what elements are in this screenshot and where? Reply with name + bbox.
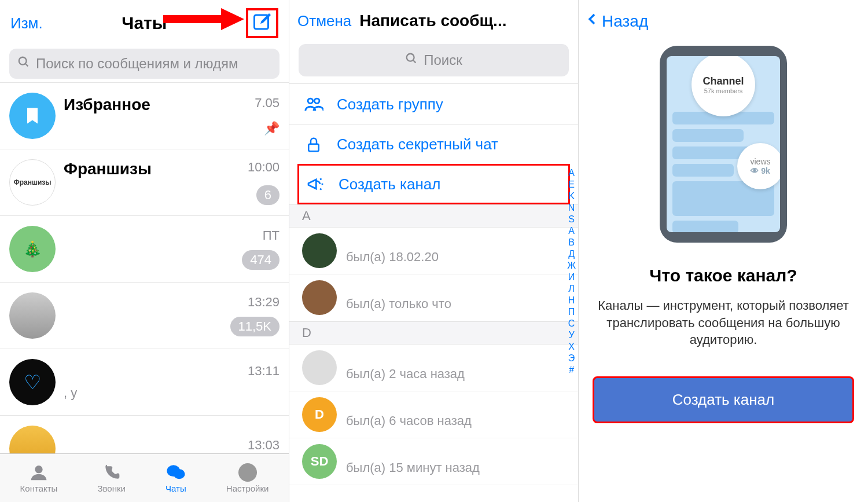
search-icon [405, 52, 418, 68]
phone-icon [102, 463, 121, 482]
chat-avatar [9, 292, 56, 339]
contact-status: был(а) 2 часа назад [346, 367, 465, 382]
svg-point-11 [314, 98, 319, 104]
channel-description: Каналы — инструмент, который позволяет т… [579, 297, 868, 349]
new-message-header: Отмена Написать сообщ... [289, 0, 578, 41]
contact-avatar: D [302, 397, 337, 432]
channel-question: Что такое канал? [590, 266, 856, 285]
contact-row[interactable]: был(а) только что [289, 274, 578, 321]
svg-rect-12 [308, 144, 319, 151]
contact-avatar [302, 350, 337, 385]
illus-views-label: views [750, 157, 770, 166]
new-message-screen: Отмена Написать сообщ... Поиск Создать г… [289, 0, 579, 502]
unread-badge: 474 [242, 250, 279, 270]
create-group-button[interactable]: Создать группу [289, 83, 578, 124]
search-field[interactable]: Поиск по сообщениям и людям [9, 49, 279, 79]
chat-row[interactable]: 🎄 ПТ 474 [0, 215, 289, 282]
group-icon [303, 94, 324, 114]
tab-contacts[interactable]: Контакты [20, 463, 58, 493]
channel-illustration: Channel 57k members views 👁 9k [660, 46, 787, 243]
svg-point-8 [407, 54, 414, 61]
edit-button[interactable]: Изм. [10, 14, 43, 32]
compose-icon[interactable] [252, 12, 273, 35]
svg-line-4 [25, 64, 28, 67]
section-header: D [289, 321, 578, 345]
index-letter[interactable]: П [568, 307, 575, 317]
index-letter[interactable]: A [568, 168, 575, 178]
index-letter[interactable]: N [568, 203, 575, 213]
index-letter[interactable]: K [568, 191, 575, 201]
unread-badge: 11,5K [230, 317, 280, 336]
chat-avatar: 🎄 [9, 226, 56, 272]
create-channel-label: Создать канал [339, 175, 440, 193]
index-letter[interactable]: Л [568, 284, 575, 294]
index-letter[interactable]: Д [568, 249, 575, 259]
index-letter[interactable]: Х [568, 342, 575, 352]
chat-name: Избранное [64, 96, 150, 114]
back-button[interactable]: Назад [579, 0, 868, 42]
chats-header: Изм. Чаты [0, 0, 289, 45]
cancel-button[interactable]: Отмена [297, 12, 351, 30]
contact-row[interactable]: был(а) 18.02.20 [289, 228, 578, 274]
create-channel-cta[interactable]: Создать канал [593, 376, 854, 423]
chat-row[interactable]: Франшизы Франшизы10:00 6 [0, 149, 289, 215]
svg-rect-1 [163, 15, 221, 23]
chat-avatar [9, 93, 56, 139]
chats-icon [166, 463, 186, 482]
chevron-left-icon [586, 10, 599, 32]
chat-avatar: Франшизы [9, 159, 56, 206]
chat-row[interactable]: ♡ 13:11 , у [0, 349, 289, 415]
svg-point-7 [174, 469, 185, 479]
index-letter[interactable]: У [569, 330, 575, 340]
index-letter[interactable]: Э [568, 353, 575, 364]
contacts-search[interactable]: Поиск [299, 44, 569, 76]
chat-time: ПТ [263, 228, 279, 243]
tab-settings[interactable]: Настройки [226, 463, 269, 493]
illus-views-badge: views 👁 9k [737, 143, 780, 189]
contact-row[interactable]: Dбыл(а) 6 часов назад [289, 391, 578, 438]
new-message-title: Написать сообщ... [359, 12, 506, 30]
svg-point-10 [308, 98, 313, 104]
alpha-index[interactable]: AEKNSАВДЖИЛНПСУХЭ# [567, 168, 576, 375]
index-letter[interactable]: Н [568, 295, 575, 306]
search-placeholder: Поиск [424, 52, 462, 68]
contact-avatar: SD [302, 444, 337, 479]
chat-msg: , у [64, 386, 77, 401]
index-letter[interactable]: S [568, 214, 575, 225]
index-letter[interactable]: И [568, 272, 575, 283]
chat-row[interactable]: Избранное7.05 📌 [0, 82, 289, 149]
contact-row[interactable]: SDбыл(а) 15 минут назад [289, 438, 578, 485]
chat-time: 10:00 [248, 160, 279, 175]
contact-status: был(а) 6 часов назад [346, 413, 472, 428]
contact-avatar [302, 280, 337, 315]
search-placeholder: Поиск по сообщениям и людям [36, 56, 238, 72]
channel-intro-screen: Назад Channel 57k members views 👁 9k Что… [579, 0, 868, 502]
settings-avatar-icon [238, 463, 257, 482]
section-header: A [289, 204, 578, 228]
tab-contacts-label: Контакты [20, 483, 58, 493]
svg-point-3 [19, 57, 27, 65]
contact-status: был(а) только что [346, 296, 451, 312]
illus-channel-name: Channel [703, 75, 744, 87]
chat-row[interactable]: 13:29 11,5K [0, 282, 289, 349]
chat-avatar: ♡ [9, 359, 56, 405]
chats-title: Чаты [122, 13, 167, 33]
contact-avatar [302, 233, 337, 268]
index-letter[interactable]: Ж [567, 261, 576, 271]
illus-members: 57k members [704, 87, 743, 94]
tab-settings-label: Настройки [226, 483, 269, 493]
index-letter[interactable]: А [568, 226, 575, 236]
svg-line-9 [413, 60, 416, 63]
create-channel-button[interactable]: Создать канал [297, 164, 570, 204]
create-secret-chat-button[interactable]: Создать секретный чат [289, 124, 578, 164]
tab-calls[interactable]: Звонки [97, 463, 125, 493]
index-letter[interactable]: В [568, 237, 575, 248]
chat-time: 13:29 [248, 295, 279, 310]
index-letter[interactable]: # [569, 365, 574, 375]
tab-chats[interactable]: Чаты [165, 463, 186, 493]
contact-row[interactable]: был(а) 2 часа назад [289, 345, 578, 391]
tab-chats-label: Чаты [165, 483, 186, 493]
index-letter[interactable]: С [568, 318, 575, 329]
chats-screen: Изм. Чаты Поиск по сообщениям и людям Из… [0, 0, 289, 502]
index-letter[interactable]: E [568, 179, 575, 190]
